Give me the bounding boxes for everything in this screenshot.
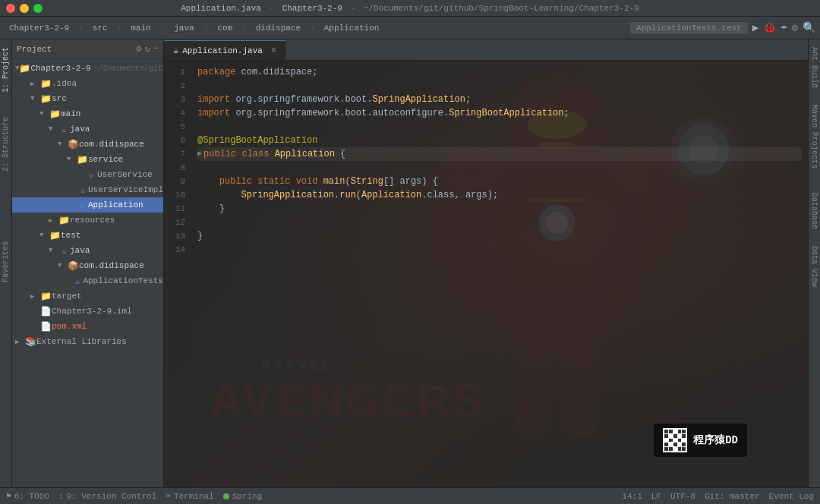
close-tab-icon[interactable]: × — [271, 46, 276, 56]
code-line-4: import org.springframework.boot.autoconf… — [197, 106, 802, 120]
bottom-spring[interactable]: Spring — [223, 492, 263, 501]
todo-label: 6: TODO — [14, 492, 49, 501]
sync-icon[interactable]: ↻ — [145, 43, 150, 55]
project-panel-header: Project ⚙ ↻ − — [12, 39, 163, 59]
tree-java-main[interactable]: ▼ ☕ java — [12, 121, 163, 137]
tree-application[interactable]: ▶ ☕ Application — [12, 197, 163, 213]
spring-status-dot — [223, 493, 229, 499]
vcs-icon: ↕ — [58, 492, 64, 501]
code-line-5 — [197, 120, 802, 134]
tree-service-folder[interactable]: ▼ 📁 service — [12, 152, 163, 167]
sidebar-tab-favorites[interactable]: Favorites — [0, 237, 11, 287]
terminal-label: Terminal — [174, 492, 214, 501]
bottom-vcs[interactable]: ↕ 9: Version Control — [58, 492, 156, 501]
todo-icon: ⚑ — [6, 491, 11, 501]
wechat-qr-code — [663, 428, 687, 452]
minimize-button[interactable] — [20, 4, 29, 13]
line-numbers: 1 2 3 4 5 6 7 8 9 10 11 12 13 14 — [164, 61, 191, 487]
bottom-right-info: 14:1 LF UTF-8 Git: master Event Log — [622, 492, 814, 501]
vcs-label: 9: Version Control — [66, 492, 156, 501]
code-line-14 — [197, 243, 802, 257]
code-line-7: ▶ public class Application { — [197, 147, 802, 161]
file-encoding: UTF-8 — [670, 492, 695, 501]
tree-main[interactable]: ▼ 📁 main — [12, 106, 163, 121]
bottom-bar: ⚑ 6: TODO ↕ 9: Version Control ⌨ Termina… — [0, 487, 820, 504]
right-tab-data-view[interactable]: Data View — [809, 241, 820, 291]
title-project: Chapter3-2-9 — [282, 4, 342, 13]
title-filename: Application.java — [181, 4, 261, 13]
close-button[interactable] — [6, 4, 15, 13]
minimize-panel-icon[interactable]: − — [153, 43, 159, 55]
tree-external-libs[interactable]: ▶ 📚 External Libraries — [12, 334, 163, 349]
java-file-icon: ☕ — [173, 45, 178, 56]
wechat-watermark: 程序猿DD — [654, 424, 747, 457]
right-tab-maven[interactable]: Maven Projects — [809, 100, 820, 173]
project-tree: ▼ 📁 Chapter3-2-9 ~/Documents/githu... ▶ … — [12, 59, 163, 487]
bottom-terminal[interactable]: ⌨ Terminal — [166, 491, 213, 501]
code-line-13: } — [197, 229, 802, 243]
terminal-icon: ⌨ — [166, 491, 171, 501]
main-area: 1: Project 2: Structure Favorites Projec… — [0, 39, 820, 487]
titlebar: Application.java - Chapter3-2-9 - ~/Docu… — [0, 0, 820, 17]
tree-userserviceimpl[interactable]: ▶ ☕ UserServiceImpl — [12, 182, 163, 197]
toolbar-java[interactable]: java — [169, 22, 198, 34]
tree-com-didispace[interactable]: ▼ 📦 com.didispace — [12, 137, 163, 152]
tree-java-test[interactable]: ▼ ☕ java — [12, 243, 163, 258]
run-config-selector[interactable]: ApplicationTests.test — [630, 22, 748, 34]
window-title: Application.java - Chapter3-2-9 - ~/Docu… — [181, 4, 639, 13]
debug-button[interactable]: 🐞 — [763, 21, 776, 34]
editor-tab-application[interactable]: ☕ Application.java × — [164, 40, 286, 60]
tree-applicationtests[interactable]: ▶ ☕ ApplicationTests — [12, 273, 163, 288]
toolbar-didispace[interactable]: didispace — [251, 22, 305, 34]
code-line-10: SpringApplication.run(Application.class,… — [197, 188, 802, 202]
toolbar: Chapter3-2-9 › src › main › java › com ›… — [0, 17, 820, 39]
code-line-9: public static void main(String[] args) { — [197, 175, 802, 188]
tree-test[interactable]: ▼ 📁 test — [12, 228, 163, 243]
code-line-2 — [197, 79, 802, 93]
spring-label: Spring — [232, 492, 263, 501]
toolbar-src[interactable]: src — [88, 22, 112, 34]
code-line-8 — [197, 161, 802, 175]
traffic-lights — [6, 4, 43, 13]
tree-userservice[interactable]: ▶ ☕ UserService — [12, 167, 163, 182]
maximize-button[interactable] — [33, 4, 43, 13]
tree-idea[interactable]: ▶ 📁 .idea — [12, 76, 163, 91]
code-line-12 — [197, 216, 802, 229]
settings-icon[interactable]: ⚙ — [792, 21, 798, 34]
sidebar-tab-project[interactable]: 1: Project — [0, 43, 11, 97]
tree-chapter3-2-9[interactable]: ▼ 📁 Chapter3-2-9 ~/Documents/githu... — [12, 61, 163, 76]
right-tab-database[interactable]: Database — [809, 188, 820, 234]
tree-src[interactable]: ▼ 📁 src — [12, 91, 163, 106]
line-ending: LF — [651, 492, 661, 501]
left-sidebar-tabs: 1: Project 2: Structure Favorites — [0, 39, 12, 487]
bottom-todo[interactable]: ⚑ 6: TODO — [6, 491, 49, 501]
toolbar-com[interactable]: com — [213, 22, 237, 34]
search-icon[interactable]: 🔍 — [803, 21, 815, 34]
sidebar-tab-structure[interactable]: 2: Structure — [0, 112, 11, 176]
editor-tab-label: Application.java — [182, 46, 263, 55]
right-sidebar-tabs: Ant Build Maven Projects Database Data V… — [808, 39, 820, 487]
event-log[interactable]: Event Log — [769, 492, 814, 501]
tree-iml[interactable]: ▶ 📄 Chapter3-2-9.iml — [12, 304, 163, 319]
toolbar-application[interactable]: Application — [320, 22, 384, 34]
title-path: ~/Documents/git/github/SpringBoot-Learni… — [364, 4, 639, 13]
run-button[interactable]: ▶ — [752, 21, 758, 34]
right-tab-ant-build[interactable]: Ant Build — [809, 43, 820, 93]
tree-resources[interactable]: ▶ 📁 resources — [12, 213, 163, 228]
coverage-button[interactable]: ☂ — [781, 21, 787, 34]
cursor-position: 14:1 — [622, 492, 642, 501]
editor-area: MARVEL AVENGERS ☕ Application.java × 1 2… — [164, 39, 808, 487]
code-line-11: } — [197, 202, 802, 216]
wechat-account-name: 程序猿DD — [693, 433, 738, 447]
gear-icon[interactable]: ⚙ — [136, 43, 141, 55]
code-line-3: import org.springframework.boot.SpringAp… — [197, 93, 802, 106]
project-header-icons: ⚙ ↻ − — [136, 43, 159, 55]
toolbar-project[interactable]: Chapter3-2-9 — [5, 22, 74, 34]
toolbar-main[interactable]: main — [126, 22, 155, 34]
tree-target[interactable]: ▶ 📁 target — [12, 288, 163, 304]
code-line-6: @SpringBootApplication — [197, 134, 802, 147]
tree-com-didispace-test[interactable]: ▼ 📦 com.didispace — [12, 258, 163, 273]
tree-pom[interactable]: ▶ 📄 pom.xml — [12, 319, 163, 334]
git-branch: Git: master — [705, 492, 760, 501]
code-line-1: package com.didispace; — [197, 65, 802, 79]
